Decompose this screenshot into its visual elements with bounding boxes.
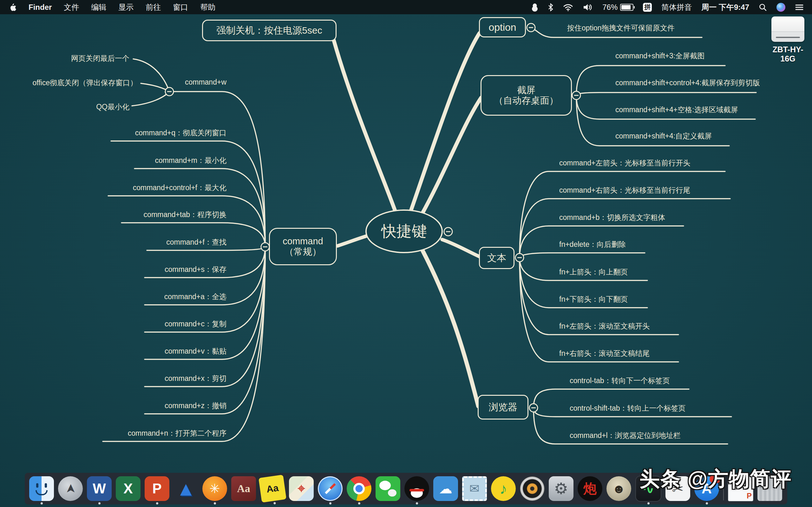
text-child[interactable]: fn+下箭头：向下翻页 — [559, 294, 628, 304]
battery-indicator[interactable]: 76% — [602, 3, 633, 12]
bluetooth-icon[interactable] — [548, 3, 554, 12]
text-child[interactable]: fn+右箭头：滚动至文稿结尾 — [559, 349, 650, 358]
screenshot-child[interactable]: command+shift+3:全屏截图 — [615, 51, 705, 61]
screenshot-child[interactable]: command+shift+4:自定义截屏 — [615, 131, 712, 141]
browser-child[interactable]: command+l：浏览器定位到地址栏 — [570, 431, 681, 441]
text-child[interactable]: fn+上箭头：向上翻页 — [559, 267, 628, 277]
apple-icon[interactable] — [9, 3, 16, 12]
dock-speaker-app-icon[interactable] — [520, 476, 545, 501]
desktop-drive[interactable]: ZBT-HY-16G — [768, 16, 808, 63]
command-w-child[interactable]: 网页关闭最后一个 — [71, 54, 130, 63]
command-w-child[interactable]: office彻底关闭（弹出保存窗口） — [32, 78, 137, 88]
toggle-option[interactable] — [527, 23, 535, 32]
dock-finder-icon[interactable] — [29, 476, 54, 501]
text-child[interactable]: command+b：切换所选文字粗体 — [559, 213, 665, 222]
dock-chrome-icon[interactable] — [347, 476, 371, 501]
command-child[interactable]: command+tab：程序切换 — [144, 210, 226, 220]
browser-child[interactable]: control-shift-tab：转向上一个标签页 — [570, 403, 686, 413]
dock-safari-icon[interactable] — [318, 476, 343, 501]
search-icon[interactable] — [759, 3, 767, 11]
launchpad-glyph: ➤ — [63, 484, 78, 494]
input-method-label[interactable]: 简体拼音 — [661, 2, 692, 12]
qq-music-glyph: ♪ — [500, 480, 507, 498]
command-child[interactable]: command+n：打开第二个程序 — [128, 429, 226, 438]
dock-chinese-chess-icon[interactable]: 炮 — [577, 476, 602, 501]
text-child[interactable]: fn+delete：向后删除 — [559, 239, 626, 249]
dock-system-preferences-icon[interactable]: ⚙ — [549, 476, 573, 501]
dock-maps-icon[interactable]: ⌖ — [289, 476, 314, 501]
command-child[interactable]: command+v：黏贴 — [165, 346, 226, 356]
node-root[interactable]: 快捷键 — [365, 210, 443, 253]
dock-word-icon[interactable]: W — [87, 476, 112, 501]
menu-item-edit[interactable]: 编辑 — [91, 2, 106, 12]
toggle-text[interactable] — [515, 253, 524, 262]
siri-icon[interactable] — [776, 3, 785, 12]
drive-icon — [771, 16, 804, 42]
command-child[interactable]: command+c：复制 — [165, 319, 226, 329]
menu-item-file[interactable]: 文件 — [64, 2, 79, 12]
browser-label: 浏览器 — [489, 402, 517, 413]
command-child[interactable]: command+a：全选 — [164, 292, 226, 302]
command-w-label[interactable]: command+w — [185, 78, 226, 87]
command-child[interactable]: command+q：彻底关闭窗口 — [135, 128, 226, 138]
dictionary-book-glyph: Aa — [266, 482, 280, 495]
node-force-shutdown[interactable]: 强制关机：按住电源5sec — [202, 20, 337, 41]
notification-center-icon[interactable] — [795, 3, 804, 11]
wifi-icon[interactable] — [563, 3, 573, 12]
input-method-badge[interactable]: 拼 — [643, 3, 652, 12]
command-child[interactable]: command+z：撤销 — [165, 401, 226, 411]
dock-dont-starve-icon[interactable]: ☻ — [606, 476, 631, 501]
node-browser[interactable]: 浏览器 — [478, 395, 528, 419]
dock-qq-music-icon[interactable]: ♪ — [491, 476, 516, 501]
dock-affinity-designer-icon[interactable]: ▲ — [173, 476, 198, 501]
branch-force-shutdown — [334, 40, 395, 211]
command-label-line1: command — [283, 236, 323, 246]
dock-qq-icon[interactable] — [404, 476, 429, 501]
dock-launchpad-icon[interactable]: ➤ — [58, 476, 83, 501]
branch-text — [442, 239, 479, 257]
menu-bar: Finder 文件 编辑 显示 前往 窗口 帮助 — [0, 0, 812, 14]
node-command[interactable]: command （常规） — [269, 228, 337, 265]
dock-wechat-icon[interactable] — [375, 476, 400, 501]
command-child[interactable]: command+control+f：最大化 — [133, 183, 226, 193]
toggle-screenshot[interactable] — [572, 91, 580, 100]
text-child[interactable]: fn+左箭头：滚动至文稿开头 — [559, 321, 650, 331]
affinity-glyph: ▲ — [176, 477, 195, 500]
command-child[interactable]: command+s：保存 — [165, 265, 226, 274]
dock-powerpoint-icon[interactable]: P — [145, 476, 169, 501]
toggle-command-w[interactable] — [165, 88, 173, 96]
node-text[interactable]: 文本 — [479, 247, 514, 269]
volume-icon[interactable] — [583, 3, 593, 12]
command-child[interactable]: command+m：最小化 — [155, 156, 226, 165]
menu-app-name[interactable]: Finder — [29, 3, 52, 12]
command-child[interactable]: command+x：剪切 — [165, 374, 226, 383]
menu-item-help[interactable]: 帮助 — [200, 2, 215, 12]
screenshot-child[interactable]: command+shift+4+空格:选择区域截屏 — [615, 105, 738, 115]
screenshot-child[interactable]: command+shift+control+4:截屏保存到剪切版 — [615, 78, 760, 88]
node-option[interactable]: option — [479, 17, 526, 38]
browser-child[interactable]: control-tab：转向下一个标签页 — [570, 376, 670, 386]
menu-item-window[interactable]: 窗口 — [173, 2, 188, 12]
dock-weibo-icon[interactable]: ☁ — [433, 476, 458, 501]
text-child[interactable]: command+右箭头：光标移至当前行行尾 — [559, 185, 690, 195]
battery-nub — [634, 6, 635, 9]
menu-item-go[interactable]: 前往 — [146, 2, 161, 12]
toggle-root[interactable] — [444, 228, 452, 236]
dock-excel-icon[interactable]: X — [116, 476, 141, 501]
dock-ithoughtsx-icon[interactable]: ✳ — [202, 476, 227, 501]
node-screenshot[interactable]: 截屏 （自动存桌面） — [480, 75, 572, 116]
command-child[interactable]: command+f：查找 — [166, 237, 226, 247]
toggle-browser[interactable] — [529, 404, 538, 412]
battery-fill — [621, 5, 630, 9]
dock-mail-icon[interactable]: ✉ — [462, 476, 487, 501]
qq-penguin-status-icon[interactable] — [531, 3, 538, 12]
dock-dictionary-icon[interactable]: Aa — [231, 476, 256, 501]
running-indicator — [41, 502, 43, 504]
dock-dictionary-book-icon[interactable]: Aa — [258, 475, 287, 503]
menu-item-view[interactable]: 显示 — [118, 2, 134, 12]
menu-clock[interactable]: 周一 下午9:47 — [701, 2, 749, 12]
text-child[interactable]: command+左箭头：光标移至当前行开头 — [559, 158, 690, 168]
command-w-child[interactable]: QQ最小化 — [96, 102, 130, 112]
toggle-command[interactable] — [261, 243, 269, 251]
option-child[interactable]: 按住option拖拽文件可保留原文件 — [567, 23, 675, 33]
